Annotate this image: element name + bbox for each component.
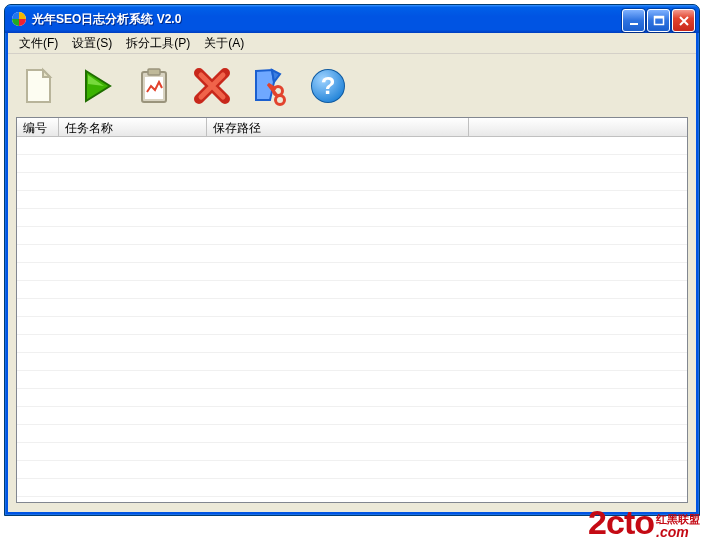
play-icon — [76, 66, 116, 106]
list-row — [17, 443, 687, 461]
close-button[interactable] — [672, 9, 695, 32]
caption-buttons — [622, 9, 695, 32]
list-row — [17, 371, 687, 389]
menu-about[interactable]: 关于(A) — [197, 33, 251, 54]
list-header: 编号 任务名称 保存路径 — [17, 118, 687, 137]
watermark-com: .com — [656, 525, 700, 539]
list-row — [17, 299, 687, 317]
cut-icon — [250, 66, 290, 106]
column-name[interactable]: 任务名称 — [59, 118, 207, 136]
close-icon — [678, 15, 690, 27]
svg-rect-5 — [148, 69, 160, 75]
list-row — [17, 353, 687, 371]
new-document-button[interactable] — [16, 64, 60, 108]
maximize-icon — [653, 15, 665, 27]
app-icon — [11, 11, 27, 27]
svg-rect-3 — [654, 16, 663, 18]
list-row — [17, 209, 687, 227]
list-row — [17, 281, 687, 299]
list-row — [17, 497, 687, 503]
toolbar: ? — [8, 54, 696, 118]
list-row — [17, 389, 687, 407]
watermark-main: 2cto — [588, 505, 654, 539]
list-row — [17, 227, 687, 245]
help-button[interactable]: ? — [306, 64, 350, 108]
menu-split[interactable]: 拆分工具(P) — [119, 33, 197, 54]
list-row — [17, 335, 687, 353]
column-blank[interactable] — [469, 118, 687, 136]
menu-bar: 文件(F) 设置(S) 拆分工具(P) 关于(A) — [8, 33, 696, 54]
list-row — [17, 317, 687, 335]
svg-text:?: ? — [321, 72, 336, 99]
app-window: 光年SEO日志分析系统 V2.0 文件(F) 设置(S) 拆分工具(P) 关于(… — [4, 4, 700, 516]
list-row — [17, 425, 687, 443]
delete-x-icon — [192, 66, 232, 106]
minimize-button[interactable] — [622, 9, 645, 32]
list-row — [17, 173, 687, 191]
minimize-icon — [628, 15, 640, 27]
svg-rect-1 — [630, 23, 638, 25]
cut-button[interactable] — [248, 64, 292, 108]
title-bar: 光年SEO日志分析系统 V2.0 — [5, 5, 699, 33]
list-row — [17, 461, 687, 479]
list-row — [17, 263, 687, 281]
list-row — [17, 245, 687, 263]
menu-settings[interactable]: 设置(S) — [65, 33, 119, 54]
list-body — [17, 137, 687, 503]
client-area: 文件(F) 设置(S) 拆分工具(P) 关于(A) — [8, 33, 696, 512]
list-row — [17, 479, 687, 497]
column-id[interactable]: 编号 — [17, 118, 59, 136]
list-row — [17, 407, 687, 425]
window-title: 光年SEO日志分析系统 V2.0 — [32, 11, 181, 28]
maximize-button[interactable] — [647, 9, 670, 32]
menu-file[interactable]: 文件(F) — [12, 33, 65, 54]
document-icon — [18, 66, 58, 106]
clipboard-chart-icon — [134, 66, 174, 106]
task-list[interactable]: 编号 任务名称 保存路径 — [16, 117, 688, 503]
list-row — [17, 191, 687, 209]
column-path[interactable]: 保存路径 — [207, 118, 469, 136]
report-button[interactable] — [132, 64, 176, 108]
list-row — [17, 155, 687, 173]
help-icon: ? — [308, 66, 348, 106]
run-button[interactable] — [74, 64, 118, 108]
list-row — [17, 137, 687, 155]
delete-button[interactable] — [190, 64, 234, 108]
watermark: 2cto 红黑联盟 .com — [588, 505, 700, 539]
